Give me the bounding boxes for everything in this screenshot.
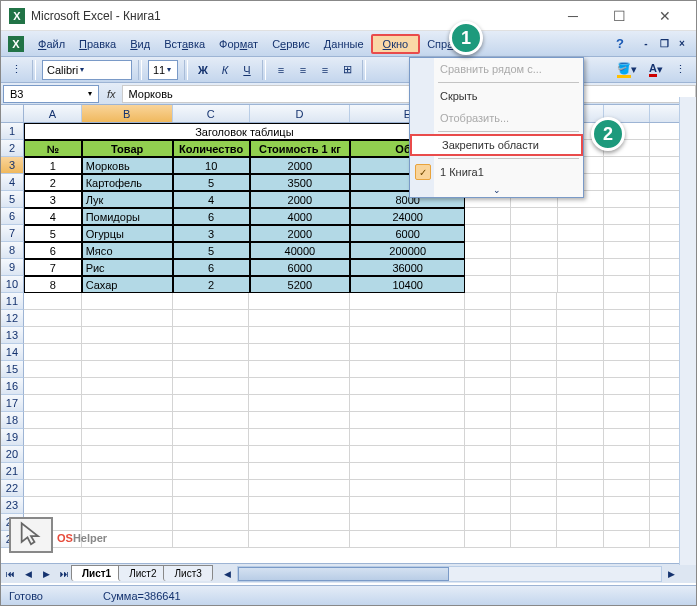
cell[interactable]: 2000	[250, 191, 351, 208]
cell[interactable]	[24, 395, 82, 412]
cell[interactable]: 10	[173, 157, 250, 174]
cell[interactable]	[604, 293, 650, 310]
cell[interactable]	[350, 429, 465, 446]
menu-freeze-panes[interactable]: Закрепить области	[410, 134, 583, 156]
cell[interactable]: 3	[24, 191, 82, 208]
sheet-tab-3[interactable]: Лист3	[163, 565, 212, 581]
toolbar-grip-icon[interactable]: ⋮	[7, 60, 26, 80]
cell[interactable]	[604, 497, 650, 514]
maximize-button[interactable]: ☐	[596, 2, 642, 30]
cell[interactable]	[465, 208, 511, 225]
cell[interactable]	[604, 191, 650, 208]
cell[interactable]	[249, 412, 350, 429]
font-selector[interactable]: Calibri▾	[42, 60, 132, 80]
cell[interactable]: 5	[173, 174, 250, 191]
cell[interactable]	[173, 480, 250, 497]
column-header-c[interactable]: C	[173, 105, 250, 122]
menu-hide[interactable]: Скрыть	[410, 85, 583, 107]
menu-insert[interactable]: Вставка	[157, 34, 212, 54]
cell[interactable]	[465, 514, 511, 531]
row-header[interactable]: 2	[1, 140, 24, 157]
minimize-button[interactable]: ─	[550, 2, 596, 30]
doc-minimize-button[interactable]: -	[638, 37, 654, 51]
vertical-scrollbar[interactable]	[679, 97, 696, 565]
menu-format[interactable]: Формат	[212, 34, 265, 54]
menu-view[interactable]: Вид	[123, 34, 157, 54]
cell[interactable]	[173, 395, 250, 412]
cell[interactable]	[558, 208, 604, 225]
cell[interactable]	[465, 242, 511, 259]
cell[interactable]	[249, 361, 350, 378]
fill-color-button[interactable]: 🪣▾	[613, 60, 641, 80]
cell[interactable]	[173, 327, 250, 344]
cell[interactable]: 5	[24, 225, 82, 242]
tab-nav-first[interactable]: ⏮	[1, 565, 19, 583]
cell[interactable]: №	[24, 140, 82, 157]
cell[interactable]	[173, 361, 250, 378]
horizontal-scrollbar[interactable]: ◀ ▶	[219, 565, 696, 583]
cell[interactable]	[350, 293, 465, 310]
cell[interactable]	[350, 531, 465, 548]
menu-compare-side[interactable]: Сравнить рядом с...	[410, 58, 583, 80]
cell[interactable]	[557, 361, 603, 378]
cell[interactable]	[82, 344, 173, 361]
cell[interactable]	[465, 225, 511, 242]
row-header[interactable]: 4	[1, 174, 24, 191]
cell[interactable]	[604, 259, 650, 276]
cell[interactable]	[350, 361, 465, 378]
cell[interactable]	[558, 242, 604, 259]
cell[interactable]	[557, 412, 603, 429]
cell[interactable]	[558, 259, 604, 276]
cell[interactable]: 8	[24, 276, 82, 293]
cell[interactable]	[24, 446, 82, 463]
cell[interactable]	[173, 429, 250, 446]
cell[interactable]	[558, 225, 604, 242]
cell[interactable]: Мясо	[82, 242, 173, 259]
italic-button[interactable]: К	[216, 60, 234, 80]
cell[interactable]	[557, 429, 603, 446]
cell[interactable]	[249, 446, 350, 463]
cell[interactable]	[511, 276, 557, 293]
bold-button[interactable]: Ж	[194, 60, 212, 80]
cell[interactable]	[82, 361, 173, 378]
cell[interactable]	[465, 497, 511, 514]
cell[interactable]	[604, 446, 650, 463]
menu-workbook-1[interactable]: ✓ 1 Книга1	[410, 161, 583, 183]
cell[interactable]	[249, 344, 350, 361]
column-header-b[interactable]: B	[82, 105, 173, 122]
cell[interactable]: 6000	[350, 225, 465, 242]
cell[interactable]	[82, 395, 173, 412]
underline-button[interactable]: Ч	[238, 60, 256, 80]
row-header[interactable]: 8	[1, 242, 24, 259]
row-header[interactable]: 10	[1, 276, 24, 293]
cell[interactable]	[511, 327, 557, 344]
cell[interactable]: Рис	[82, 259, 173, 276]
cell[interactable]	[557, 327, 603, 344]
cell[interactable]	[604, 310, 650, 327]
cell[interactable]	[557, 378, 603, 395]
merge-button[interactable]: ⊞	[338, 60, 356, 80]
cell[interactable]	[249, 310, 350, 327]
cell[interactable]	[604, 514, 650, 531]
cell[interactable]	[511, 310, 557, 327]
cell[interactable]	[511, 344, 557, 361]
cell[interactable]	[350, 446, 465, 463]
cell[interactable]: Лук	[82, 191, 173, 208]
cell[interactable]	[557, 344, 603, 361]
cell[interactable]	[249, 480, 350, 497]
app-icon[interactable]: X	[7, 35, 25, 53]
cell[interactable]	[511, 293, 557, 310]
row-header[interactable]: 16	[1, 378, 24, 395]
menu-tools[interactable]: Сервис	[265, 34, 317, 54]
cell[interactable]	[557, 395, 603, 412]
cell[interactable]	[465, 378, 511, 395]
align-left-button[interactable]: ≡	[272, 60, 290, 80]
cell[interactable]	[604, 412, 650, 429]
cell[interactable]	[604, 480, 650, 497]
cell[interactable]: Морковь	[82, 157, 173, 174]
cell[interactable]: 1	[24, 157, 82, 174]
cell[interactable]	[82, 378, 173, 395]
cell[interactable]: 40000	[250, 242, 351, 259]
cell[interactable]	[511, 497, 557, 514]
row-header[interactable]: 5	[1, 191, 24, 208]
